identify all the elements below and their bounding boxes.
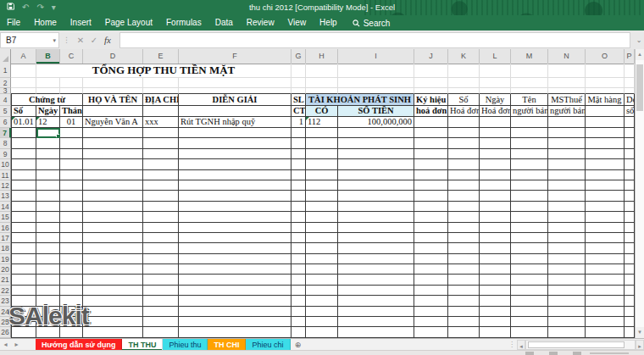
cell-K20[interactable] <box>448 264 480 275</box>
cell-D17[interactable] <box>83 233 143 243</box>
cell-D6[interactable]: Nguyễn Văn A <box>83 117 143 128</box>
cell-I25[interactable] <box>338 317 414 327</box>
horizontal-scroll-thumb[interactable] <box>528 341 625 348</box>
name-box[interactable]: B7 ▾ <box>0 32 59 48</box>
cell-L21[interactable] <box>480 275 511 285</box>
cell-J16[interactable] <box>414 223 448 233</box>
cell-J4[interactable]: Ký hiệu <box>414 94 448 106</box>
cell-L9[interactable] <box>480 149 511 159</box>
cell-F4[interactable]: DIỄN GIẢI <box>179 94 291 106</box>
cell-L12[interactable] <box>480 180 511 191</box>
cell-G15[interactable] <box>291 212 306 222</box>
cell-G1[interactable] <box>291 64 306 78</box>
row-header-15[interactable]: 15 <box>0 212 11 222</box>
vertical-scroll-thumb[interactable] <box>636 64 643 111</box>
cell-N9[interactable] <box>548 149 586 159</box>
cell-C7[interactable] <box>60 128 83 138</box>
cell-G26[interactable] <box>291 327 306 337</box>
row-header-16[interactable]: 16 <box>0 223 11 233</box>
cell-A22[interactable] <box>11 286 36 296</box>
formula-input[interactable] <box>119 32 630 48</box>
cell-F13[interactable] <box>179 191 291 201</box>
cell-E16[interactable] <box>143 223 179 233</box>
cell-B14[interactable] <box>36 202 60 212</box>
column-header-M[interactable]: M <box>511 49 548 64</box>
cell-P8[interactable] <box>625 138 635 148</box>
cell-G21[interactable] <box>291 275 306 285</box>
cell-N17[interactable] <box>548 233 586 243</box>
cell-I20[interactable] <box>338 264 414 275</box>
row-header-4[interactable]: 4 <box>0 94 11 106</box>
cell-N23[interactable] <box>548 296 586 306</box>
cell-N3[interactable] <box>548 88 586 94</box>
cell-J3[interactable] <box>414 88 448 94</box>
row-header-23[interactable]: 23 <box>0 296 11 306</box>
insert-function-icon[interactable]: fx <box>101 35 114 45</box>
cell-K24[interactable] <box>448 307 480 317</box>
cell-E4[interactable]: ĐỊA CHỈ <box>143 94 179 106</box>
cell-J1[interactable] <box>414 64 448 78</box>
cell-C15[interactable] <box>60 212 83 222</box>
column-header-H[interactable]: H <box>306 49 338 64</box>
cell-E3[interactable] <box>143 88 179 94</box>
cell-M13[interactable] <box>511 191 548 201</box>
ribbon-tab-file[interactable]: File <box>0 15 27 31</box>
cell-O8[interactable] <box>586 138 625 148</box>
cell-D15[interactable] <box>83 212 143 222</box>
column-header-O[interactable]: O <box>586 49 625 64</box>
sheet-tab-phieu-thu[interactable]: Phieu thu <box>163 339 208 351</box>
cell-O14[interactable] <box>586 202 625 212</box>
cell-F8[interactable] <box>179 138 291 148</box>
cell-K25[interactable] <box>448 317 480 327</box>
cell-J6[interactable] <box>414 117 448 128</box>
cell-A24[interactable] <box>11 307 36 317</box>
cell-I10[interactable] <box>338 159 414 169</box>
row-header-17[interactable]: 17 <box>0 233 11 243</box>
cell-J10[interactable] <box>414 159 448 169</box>
cell-E15[interactable] <box>143 212 179 222</box>
cell-D14[interactable] <box>83 202 143 212</box>
column-header-A[interactable]: A <box>11 49 36 64</box>
row-header-25[interactable]: 25 <box>0 317 11 327</box>
cell-G4[interactable]: SL <box>291 94 306 106</box>
cell-B2[interactable] <box>36 78 60 88</box>
cell-P24[interactable] <box>625 307 635 317</box>
cell-O26[interactable] <box>586 327 625 337</box>
cell-K17[interactable] <box>448 233 480 243</box>
cell-F5[interactable] <box>179 106 291 117</box>
ribbon-tab-insert[interactable]: Insert <box>64 15 98 31</box>
ribbon-tab-formulas[interactable]: Formulas <box>159 15 208 31</box>
cell-K12[interactable] <box>448 180 480 191</box>
cell-C2[interactable] <box>60 78 83 88</box>
sheet-tab-hướng-dẫn-sử-dụng[interactable]: Hướng dẫn sử dụng <box>36 339 122 351</box>
cell-A6[interactable]: 01.01 <box>11 117 36 128</box>
cell-H26[interactable] <box>306 327 338 337</box>
cell-P7[interactable] <box>625 128 635 138</box>
cell-L3[interactable] <box>480 88 511 94</box>
cell-I24[interactable] <box>338 307 414 317</box>
cell-D21[interactable] <box>83 275 143 285</box>
cell-P17[interactable] <box>625 233 635 243</box>
cell-C23[interactable] <box>60 296 83 306</box>
cell-P25[interactable] <box>625 317 635 327</box>
cell-C16[interactable] <box>60 223 83 233</box>
row-header-5[interactable]: 5 <box>0 106 11 117</box>
cell-P9[interactable] <box>625 149 635 159</box>
row-header-19[interactable]: 19 <box>0 254 11 264</box>
cell-C25[interactable] <box>60 317 83 327</box>
row-header-9[interactable]: 9 <box>0 149 11 159</box>
cell-C8[interactable] <box>60 138 83 148</box>
cell-N5[interactable]: người bán <box>548 106 586 117</box>
cell-B8[interactable] <box>36 138 60 148</box>
cell-H21[interactable] <box>306 275 338 285</box>
row-header-3[interactable]: 3 <box>0 88 11 94</box>
cell-A21[interactable] <box>11 275 36 285</box>
row-header-20[interactable]: 20 <box>0 264 11 275</box>
cell-H15[interactable] <box>306 212 338 222</box>
cell-B1[interactable]: TỔNG HỢP THU TIỀN MẶT <box>36 64 291 78</box>
cell-I23[interactable] <box>338 296 414 306</box>
cell-K19[interactable] <box>448 254 480 264</box>
cell-O7[interactable] <box>586 128 625 138</box>
cell-G10[interactable] <box>291 159 306 169</box>
cell-D12[interactable] <box>83 180 143 191</box>
